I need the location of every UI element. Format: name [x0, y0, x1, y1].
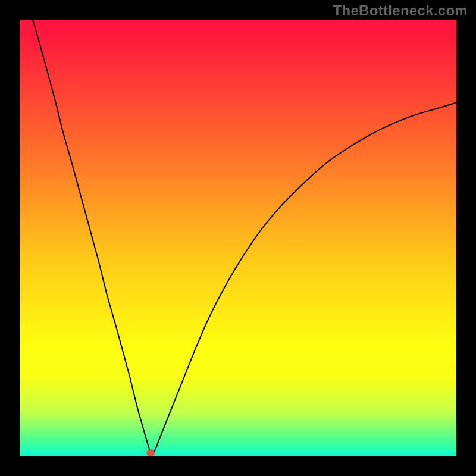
watermark-text: TheBottleneck.com [333, 2, 468, 19]
chart-curve [33, 20, 456, 453]
chart-svg [20, 20, 456, 456]
plot-area [20, 20, 456, 456]
chart-marker [146, 449, 155, 456]
chart-frame: TheBottleneck.com [0, 0, 476, 476]
